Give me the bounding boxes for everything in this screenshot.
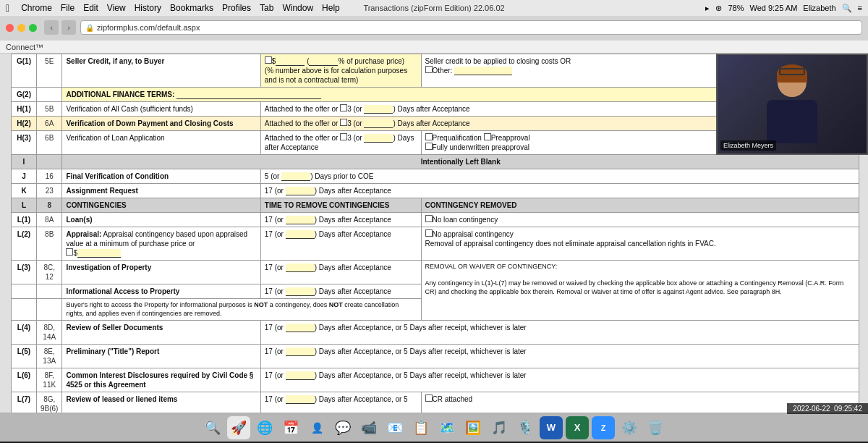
- menu-view[interactable]: View: [107, 3, 126, 13]
- dock-item-music[interactable]: 🎵: [488, 416, 511, 439]
- input-l3b[interactable]: [286, 287, 315, 296]
- input-l1[interactable]: [286, 216, 315, 224]
- input-l6[interactable]: [286, 371, 315, 380]
- fullscreen-button[interactable]: [29, 24, 37, 32]
- dock-item-photos[interactable]: 🖼️: [461, 416, 485, 439]
- bluetooth-icon: ▸: [705, 4, 710, 13]
- checkbox-g1-other[interactable]: [425, 66, 433, 73]
- row-action-l2: No appraisal contingency Removal of appr…: [421, 227, 859, 261]
- checkbox-l2[interactable]: [425, 229, 433, 237]
- menu-help[interactable]: Help: [322, 3, 340, 13]
- dock-item-trash[interactable]: 🗑️: [644, 416, 667, 439]
- dock-item-maps[interactable]: 🗺️: [435, 416, 459, 439]
- dock-item-zoom[interactable]: Z: [592, 416, 615, 439]
- row-label-h1: Verification of All Cash (sufficient fun…: [62, 102, 260, 117]
- dock-item-facetime[interactable]: 📹: [357, 416, 380, 439]
- person-avatar: [763, 64, 821, 144]
- checkbox-l7-cr[interactable]: [425, 395, 433, 402]
- menu-file[interactable]: File: [61, 3, 75, 13]
- row-label-k: Assignment Request: [62, 184, 260, 198]
- input-g1-pct[interactable]: [309, 57, 338, 66]
- row-num-l4: 8D, 14A: [37, 321, 62, 345]
- input-h3[interactable]: [364, 134, 393, 143]
- wifi-icon: ⊛: [715, 4, 722, 13]
- traffic-lights: [6, 24, 37, 32]
- connect-bar: Connect™: [0, 41, 868, 54]
- input-l4[interactable]: [286, 324, 315, 332]
- row-num-l3c: [37, 299, 62, 321]
- input-l5[interactable]: [286, 347, 315, 356]
- menu-history[interactable]: History: [135, 3, 161, 13]
- dock-item-safari[interactable]: 🌐: [253, 416, 276, 439]
- table-row: L(5) 8E, 13A Preliminary ("Title") Repor…: [12, 345, 859, 368]
- row-label-l: CONTINGENCIES: [62, 198, 260, 213]
- row-id-l3b: [12, 284, 37, 299]
- checkbox-h2[interactable]: [340, 119, 347, 126]
- input-l3[interactable]: [286, 263, 315, 272]
- address-bar[interactable]: 🔒 zipformplus.com/default.aspx: [80, 20, 862, 35]
- row-num-l7: 8G, 9B(6): [37, 392, 62, 413]
- menu-edit[interactable]: Edit: [83, 3, 98, 13]
- dock-item-word[interactable]: W: [540, 416, 563, 439]
- checkbox-l2-dollar[interactable]: [66, 248, 73, 256]
- menu-profiles[interactable]: Profiles: [222, 3, 251, 13]
- input-l2[interactable]: [286, 230, 315, 239]
- input-j[interactable]: [281, 172, 310, 181]
- row-id-l3: L(3): [12, 261, 37, 284]
- dock-item-launchpad[interactable]: 🚀: [227, 416, 250, 439]
- content-area: G(1) 5E Seller Credit, if any, to Buyer …: [0, 54, 868, 413]
- control-icon[interactable]: ≡: [858, 4, 862, 12]
- dock-item-itunes[interactable]: 🎙️: [514, 416, 537, 439]
- dock-item-apps[interactable]: ⚙️: [618, 416, 641, 439]
- input-g1-amount[interactable]: [276, 57, 305, 66]
- search-icon[interactable]: 🔍: [842, 4, 852, 13]
- input-l2-amount[interactable]: [77, 249, 121, 258]
- checkbox-h3[interactable]: [340, 133, 347, 140]
- menu-tab[interactable]: Tab: [260, 3, 273, 13]
- input-h2[interactable]: [364, 119, 393, 128]
- row-timing-l5: 17 (or ) Days after Acceptance, or 5 Day…: [260, 345, 859, 368]
- row-timing-l1: 17 (or ) Days after Acceptance: [260, 213, 421, 227]
- dock-item-contacts[interactable]: 👤: [305, 416, 328, 439]
- row-num-l1: 8A: [37, 213, 62, 227]
- apple-logo-icon[interactable]: : [6, 2, 9, 14]
- row-num-j: 16: [37, 169, 62, 184]
- dock-item-reminders[interactable]: 📋: [409, 416, 433, 439]
- browser-toolbar: ‹ › 🔒 zipformplus.com/default.aspx: [6, 20, 862, 35]
- checkbox-underwritten[interactable]: [425, 143, 433, 150]
- forward-button[interactable]: ›: [61, 20, 76, 35]
- menu-chrome[interactable]: Chrome: [21, 3, 52, 13]
- minimize-button[interactable]: [17, 24, 25, 32]
- input-g1-other[interactable]: [454, 67, 512, 75]
- dock-item-excel[interactable]: X: [566, 416, 589, 439]
- battery-status: 78%: [728, 4, 744, 12]
- row-label-l7: Review of leased or liened items: [62, 392, 260, 413]
- input-l7[interactable]: [286, 395, 315, 404]
- checkbox-g1[interactable]: [265, 56, 272, 64]
- dock-item-mail[interactable]: 📧: [383, 416, 407, 439]
- checkbox-l1[interactable]: [425, 215, 433, 222]
- row-id-l2: L(2): [12, 227, 37, 261]
- checkbox-preapp[interactable]: [484, 133, 491, 140]
- dock-item-calendar[interactable]: 📅: [279, 416, 302, 439]
- checkbox-preq[interactable]: [425, 133, 433, 140]
- dock: 🔍 🚀 🌐 📅 👤 💬 📹 📧 📋 🗺️ 🖼️ 🎵 🎙️ W X Z ⚙️ 🗑️: [0, 413, 868, 442]
- row-timing-l6: 17 (or ) Days after Acceptance, or 5 Day…: [260, 368, 859, 392]
- close-button[interactable]: [6, 24, 14, 32]
- status-datetime: 2022-06-22 09:25:42: [793, 405, 862, 413]
- back-button[interactable]: ‹: [44, 20, 59, 35]
- menu-bookmarks[interactable]: Bookmarks: [170, 3, 213, 13]
- row-id-i: I: [12, 155, 37, 169]
- input-h1[interactable]: [364, 105, 393, 114]
- row-timing-l7: 17 (or ) Days after Acceptance, or 5: [260, 392, 421, 413]
- table-row: L 8 CONTINGENCIES TIME TO REMOVE CONTING…: [12, 198, 859, 213]
- menu-window[interactable]: Window: [282, 3, 313, 13]
- input-k[interactable]: [286, 187, 315, 195]
- browser-chrome: ‹ › 🔒 zipformplus.com/default.aspx: [0, 16, 868, 41]
- input-g2[interactable]: [176, 90, 321, 99]
- dock-item-finder[interactable]: 🔍: [201, 416, 224, 439]
- video-person-name: Elizabeth Meyers: [720, 140, 776, 151]
- checkbox-h1[interactable]: [340, 104, 347, 111]
- row-label-l4: Review of Seller Documents: [62, 321, 260, 345]
- dock-item-messages[interactable]: 💬: [331, 416, 354, 439]
